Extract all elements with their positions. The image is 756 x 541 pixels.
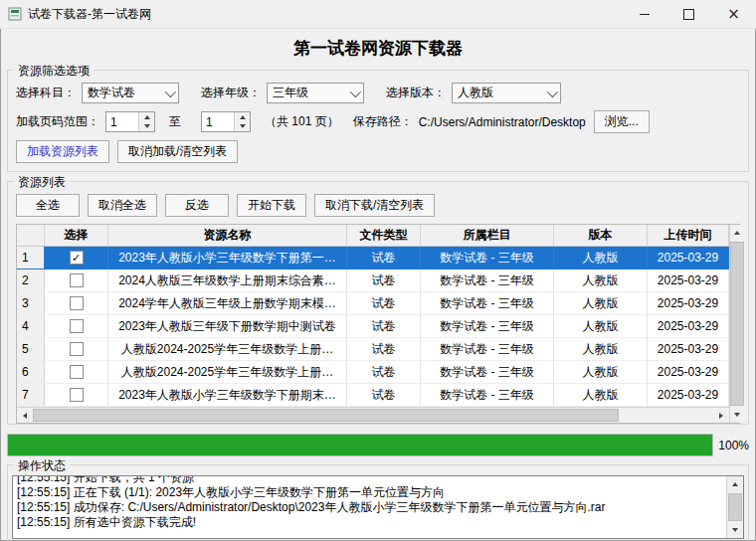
log-line: [12:55:15] 所有选中资源下载完成!: [17, 515, 722, 530]
scroll-left-icon[interactable]: [17, 408, 33, 423]
table-row[interactable]: 72023年人教版小学三年级数学下册期末…试卷数学试卷 - 三年级人教版2025…: [17, 384, 729, 407]
spinner-buttons[interactable]: [138, 112, 154, 131]
grade-select[interactable]: 三年级: [267, 83, 364, 103]
upload-date-cell: 2025-03-29: [648, 270, 729, 292]
browse-button[interactable]: 浏览...: [594, 110, 650, 133]
minimize-button[interactable]: [622, 1, 666, 28]
spin-up-icon[interactable]: [139, 112, 154, 122]
table-header-row: 选择 资源名称 文件类型 所属栏目 版本 上传时间: [17, 225, 729, 247]
status-group-label: 操作状态: [14, 457, 70, 474]
row-select-cell[interactable]: [45, 338, 108, 361]
row-select-cell[interactable]: ✓: [45, 247, 108, 270]
resource-name-cell[interactable]: 2024人教版三年级数学上册期末综合素…: [108, 270, 347, 292]
col-header-type[interactable]: 文件类型: [347, 225, 421, 247]
progress-row: 100%: [7, 434, 749, 456]
maximize-button[interactable]: [666, 1, 711, 28]
resource-name-cell[interactable]: 人教版2024-2025学年三年级数学上册…: [108, 361, 347, 384]
table-row[interactable]: 1✓2023年人教版小学三年级数学下册第一…试卷数学试卷 - 三年级人教版202…: [17, 247, 729, 270]
checkbox-checked-icon[interactable]: ✓: [70, 251, 84, 265]
checkbox-unchecked-icon[interactable]: [70, 273, 84, 287]
row-select-cell[interactable]: [45, 361, 108, 384]
checkbox-unchecked-icon[interactable]: [70, 296, 84, 310]
row-select-cell[interactable]: [45, 292, 108, 315]
horizontal-scroll-thumb[interactable]: [33, 409, 619, 422]
cancel-download-button[interactable]: 取消下载/清空列表: [314, 194, 435, 217]
table-row[interactable]: 6人教版2024-2025学年三年级数学上册…试卷数学试卷 - 三年级人教版20…: [17, 361, 729, 384]
upload-date-cell: 2025-03-29: [648, 338, 729, 361]
version-select[interactable]: 人教版: [452, 83, 561, 103]
load-list-button[interactable]: 加载资源列表: [16, 140, 109, 163]
resource-name-cell[interactable]: 2024学年人教版三年级上册数学期末模…: [108, 292, 347, 315]
version-cell: 人教版: [554, 292, 648, 315]
table-row[interactable]: 22024人教版三年级数学上册期末综合素…试卷数学试卷 - 三年级人教版2025…: [17, 270, 729, 292]
row-select-cell[interactable]: [45, 384, 108, 407]
category-cell: 数学试卷 - 三年级: [421, 361, 554, 384]
vertical-scrollbar[interactable]: [729, 225, 744, 423]
file-type-cell: 试卷: [347, 270, 421, 292]
checkbox-unchecked-icon[interactable]: [70, 342, 84, 356]
row-number-cell: 1: [17, 247, 45, 270]
select-all-button[interactable]: 全选: [16, 194, 80, 217]
chevron-down-icon: [547, 86, 558, 96]
list-toolbar: 全选 取消全选 反选 开始下载 取消下载/清空列表: [16, 194, 740, 217]
page-to-stepper[interactable]: 1: [201, 111, 251, 132]
resource-name-cell[interactable]: 2023年人教版三年级下册数学期中测试卷: [108, 315, 347, 338]
category-cell: 数学试卷 - 三年级: [421, 384, 554, 407]
version-cell: 人教版: [554, 247, 648, 270]
log-vertical-scrollbar[interactable]: [726, 476, 743, 538]
version-cell: 人教版: [554, 361, 648, 384]
upload-date-cell: 2025-03-29: [648, 384, 729, 407]
spin-down-icon[interactable]: [139, 122, 154, 132]
scroll-up-icon[interactable]: [730, 225, 744, 241]
spin-up-icon[interactable]: [235, 112, 250, 122]
upload-date-cell: 2025-03-29: [648, 247, 729, 270]
category-cell: 数学试卷 - 三年级: [421, 270, 554, 292]
table-row[interactable]: 42023年人教版三年级下册数学期中测试卷试卷数学试卷 - 三年级人教版2025…: [17, 315, 729, 338]
spin-down-icon[interactable]: [235, 122, 250, 132]
total-pages-label: （共 101 页）: [265, 113, 339, 130]
col-header-category[interactable]: 所属栏目: [421, 225, 554, 247]
filter-row-1: 选择科目： 数学试卷 选择年级： 三年级 选择版本： 人教版: [16, 83, 740, 103]
row-number-cell: 6: [17, 361, 45, 384]
close-button[interactable]: ×: [711, 1, 756, 28]
scroll-up-icon[interactable]: [727, 476, 743, 492]
resource-name-cell[interactable]: 2023年人教版小学三年级数学下册期末…: [108, 384, 347, 407]
resource-name-cell[interactable]: 2023年人教版小学三年级数学下册第一…: [108, 247, 347, 270]
deselect-all-button[interactable]: 取消全选: [88, 194, 157, 217]
row-select-cell[interactable]: [45, 270, 108, 292]
resource-list-label: 资源列表: [14, 174, 70, 191]
scroll-down-icon[interactable]: [730, 407, 744, 423]
cancel-load-button[interactable]: 取消加载/清空列表: [117, 140, 238, 163]
version-cell: 人教版: [554, 384, 648, 407]
spinner-buttons[interactable]: [234, 112, 250, 131]
filter-row-3: 加载资源列表 取消加载/清空列表: [16, 140, 740, 163]
row-select-cell[interactable]: [45, 315, 108, 338]
checkbox-unchecked-icon[interactable]: [70, 319, 84, 333]
col-header-select[interactable]: 选择: [45, 225, 108, 247]
category-cell: 数学试卷 - 三年级: [421, 292, 554, 315]
upload-date-cell: 2025-03-29: [648, 315, 729, 338]
scroll-right-icon[interactable]: [713, 408, 729, 423]
page-from-stepper[interactable]: 1: [105, 111, 155, 132]
status-log[interactable]: [12:55:15] 开始下载，共 1 个资源[12:55:15] 正在下载 (…: [12, 475, 744, 539]
col-header-date[interactable]: 上传时间: [648, 225, 729, 247]
status-group: 操作状态 [12:55:15] 开始下载，共 1 个资源[12:55:15] 正…: [7, 464, 749, 541]
log-scroll-thumb[interactable]: [728, 493, 742, 521]
start-download-button[interactable]: 开始下载: [237, 194, 306, 217]
table-row[interactable]: 5人教版2024-2025学年三年级数学上册…试卷数学试卷 - 三年级人教版20…: [17, 338, 729, 361]
table-row[interactable]: 32024学年人教版三年级上册数学期末模…试卷数学试卷 - 三年级人教版2025…: [17, 292, 729, 315]
col-header-name[interactable]: 资源名称: [108, 225, 347, 247]
horizontal-scrollbar[interactable]: [17, 407, 729, 423]
resource-name-cell[interactable]: 人教版2024-2025学年三年级数学上册…: [108, 338, 347, 361]
window-title: 试卷下载器-第一试卷网: [28, 6, 151, 23]
col-header-version[interactable]: 版本: [554, 225, 648, 247]
subject-select[interactable]: 数学试卷: [82, 83, 179, 103]
checkbox-unchecked-icon[interactable]: [70, 388, 84, 402]
save-path-label: 保存路径：: [353, 113, 413, 130]
file-type-cell: 试卷: [347, 292, 421, 315]
checkbox-unchecked-icon[interactable]: [70, 365, 84, 379]
invert-selection-button[interactable]: 反选: [165, 194, 229, 217]
version-cell: 人教版: [554, 338, 648, 361]
vertical-scroll-thumb[interactable]: [730, 242, 744, 406]
scroll-down-icon[interactable]: [727, 522, 743, 538]
